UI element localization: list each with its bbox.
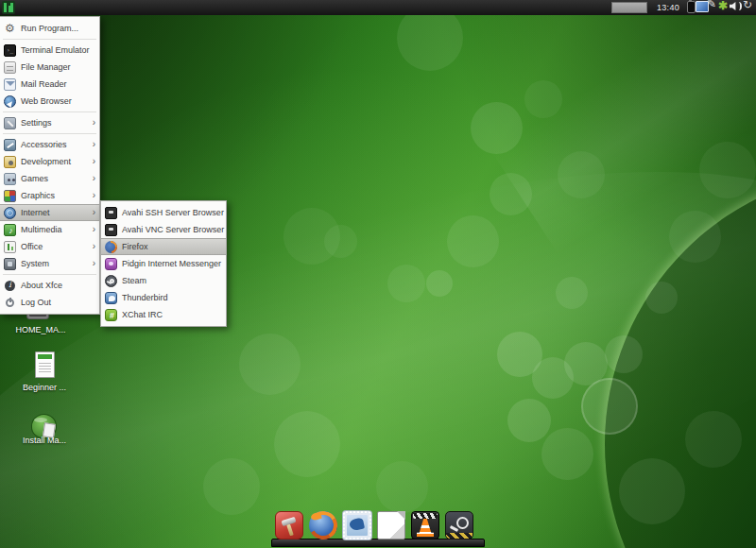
- bokeh-circle: [556, 277, 588, 309]
- dock-thunderbird-icon[interactable]: [343, 511, 371, 539]
- submenu-arrow-icon: ›: [93, 140, 95, 149]
- volume-icon[interactable]: [730, 0, 743, 12]
- desktop-icon-label[interactable]: Beginner ...: [7, 383, 82, 392]
- menu-item-graphics[interactable]: Graphics›: [0, 187, 99, 204]
- menu-item-label: File Manager: [21, 62, 71, 72]
- dock-libreoffice-icon[interactable]: [377, 511, 405, 539]
- submenu-arrow-icon: ›: [93, 118, 95, 128]
- menu-item-label: Development: [21, 157, 71, 166]
- bokeh-circle: [387, 265, 425, 302]
- menu-item-label: Mail Reader: [21, 79, 67, 89]
- submenu-item-pidgin-internet-messenger[interactable]: Pidgin Internet Messenger: [101, 255, 226, 272]
- menu-item-development[interactable]: Development›: [0, 153, 99, 170]
- menu-separator: [3, 133, 96, 134]
- submenu-item-avahi-ssh-server-browser[interactable]: Avahi SSH Server Browser: [101, 204, 226, 221]
- games-icon: [4, 173, 16, 185]
- bokeh-circle: [376, 461, 428, 513]
- submenu-item-label: Avahi SSH Server Browser: [122, 208, 224, 217]
- submenu-item-steam[interactable]: Steam: [101, 272, 226, 289]
- bokeh-circle: [490, 173, 532, 215]
- run-icon: [4, 23, 16, 35]
- submenu-item-avahi-vnc-server-browser[interactable]: Avahi VNC Server Browser: [101, 221, 226, 238]
- bokeh-circle: [324, 225, 357, 258]
- pidgin-icon: [105, 258, 117, 270]
- battery-icon[interactable]: [686, 0, 696, 12]
- submenu-arrow-icon: ›: [93, 259, 95, 268]
- menu-item-multimedia[interactable]: Multimedia›: [0, 221, 99, 238]
- menu-separator: [3, 39, 96, 40]
- submenu-arrow-icon: ›: [93, 191, 95, 200]
- submenu-item-label: XChat IRC: [122, 310, 163, 319]
- menu-item-settings[interactable]: Settings›: [0, 114, 99, 131]
- submenu-item-label: Steam: [122, 276, 146, 285]
- menu-item-label: Settings: [21, 118, 52, 128]
- webbrowser-icon: [4, 95, 16, 108]
- dock-steam-icon[interactable]: [445, 511, 473, 539]
- bokeh-circle: [699, 142, 756, 198]
- submenu-item-xchat-irc[interactable]: XChat IRC: [101, 306, 226, 323]
- menu-item-log-out[interactable]: Log Out: [0, 294, 99, 311]
- menu-item-file-manager[interactable]: File Manager: [0, 59, 99, 76]
- submenu-arrow-icon: ›: [93, 242, 95, 251]
- menu-item-terminal-emulator[interactable]: Terminal Emulator: [0, 42, 99, 59]
- menu-item-label: Accessories: [21, 140, 67, 149]
- internet-icon: [4, 207, 16, 219]
- office-icon: [4, 241, 16, 253]
- updates-icon[interactable]: [718, 0, 730, 12]
- submenu-arrow-icon: ›: [93, 174, 95, 183]
- bokeh-circle: [471, 102, 523, 154]
- desktop-icon-beginner[interactable]: [35, 351, 55, 378]
- dock-vlc-icon[interactable]: [411, 511, 439, 539]
- bokeh-circle: [524, 80, 562, 118]
- menu-item-label: Multimedia: [21, 225, 62, 234]
- menu-item-label: System: [21, 259, 49, 268]
- menu-item-label: Internet: [21, 208, 50, 217]
- menu-item-run-program[interactable]: Run Program...: [0, 20, 99, 37]
- bokeh-circle: [685, 411, 742, 468]
- menu-item-label: Office: [21, 242, 43, 251]
- submenu-item-label: Avahi VNC Server Browser: [122, 225, 224, 234]
- submenu-arrow-icon: ›: [93, 225, 95, 234]
- bokeh-circle: [619, 458, 685, 524]
- menu-item-label: Log Out: [21, 298, 51, 307]
- menu-item-about-xfce[interactable]: About Xfce: [0, 277, 99, 294]
- xchat-icon: [105, 309, 117, 321]
- logout-icon: [4, 297, 16, 309]
- menu-item-system[interactable]: System›: [0, 255, 99, 272]
- menu-item-internet[interactable]: Internet›: [0, 204, 99, 221]
- dock-hammer-tool-icon[interactable]: [275, 511, 303, 539]
- menu-item-office[interactable]: Office›: [0, 238, 99, 255]
- menu-separator: [3, 274, 96, 275]
- desktop-icon-label[interactable]: Install Ma...: [7, 436, 82, 445]
- submenu-item-label: Pidgin Internet Messenger: [122, 259, 221, 268]
- submenu-item-thunderbird[interactable]: Thunderbird: [101, 289, 226, 306]
- workspace-pager[interactable]: [611, 2, 647, 13]
- dock-shelf: [271, 539, 485, 547]
- submenu-arrow-icon: ›: [93, 208, 95, 217]
- desktop-icon-label[interactable]: HOME_MA...: [3, 325, 78, 334]
- settings-icon: [4, 117, 16, 129]
- menu-item-accessories[interactable]: Accessories›: [0, 136, 99, 153]
- submenu-item-label: Firefox: [122, 242, 148, 251]
- dock-firefox-icon[interactable]: [309, 511, 337, 539]
- menu-item-mail-reader[interactable]: Mail Reader: [0, 76, 99, 93]
- stylus-icon[interactable]: [707, 0, 718, 12]
- bokeh-circle: [507, 399, 551, 442]
- menu-item-games[interactable]: Games›: [0, 170, 99, 187]
- graphics-icon: [4, 190, 16, 202]
- applications-menu-button[interactable]: [2, 1, 15, 14]
- session-icon[interactable]: [743, 0, 754, 12]
- internet-submenu: Avahi SSH Server BrowserAvahi VNC Server…: [100, 200, 227, 327]
- menu-item-web-browser[interactable]: Web Browser: [0, 93, 99, 110]
- menu-item-label: About Xfce: [21, 281, 62, 290]
- menu-item-label: Games: [21, 174, 48, 183]
- applications-menu: Run Program...Terminal EmulatorFile Mana…: [0, 16, 100, 315]
- submenu-item-firefox[interactable]: Firefox: [101, 238, 226, 255]
- panel-tray-area: 13:40: [611, 0, 754, 15]
- multimedia-icon: [4, 224, 16, 236]
- clock: 13:40: [657, 3, 679, 12]
- menu-item-label: Web Browser: [21, 96, 72, 106]
- steam-sm-icon: [105, 275, 117, 287]
- bokeh-circle: [581, 378, 638, 435]
- network-icon[interactable]: [696, 0, 707, 12]
